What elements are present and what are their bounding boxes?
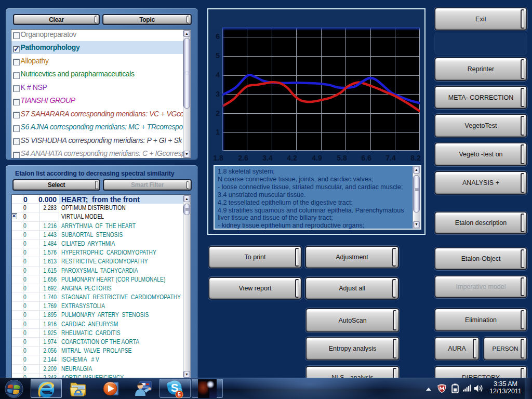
svg-text:5: 5 (178, 391, 181, 397)
